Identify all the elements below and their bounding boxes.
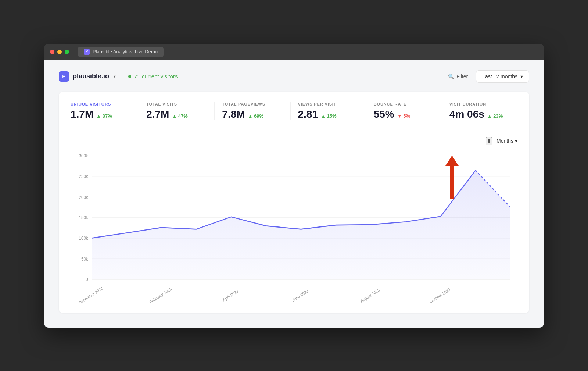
metric-value-views-per-visit: 2.81 [298,108,318,120]
metric-change-total-pageviews: ▲ 69% [248,113,264,119]
svg-text:150k: 150k [79,215,89,220]
metric-label-total-visits: TOTAL VISITS [146,102,207,106]
metric-value-total-pageviews: 7.8M [222,108,245,120]
metric-unique-visitors[interactable]: UNIQUE VISITORS1.7M▲ 37% [71,102,139,120]
date-range-picker[interactable]: Last 12 months ▾ [476,70,529,83]
metric-change-total-visits: ▲ 47% [172,113,188,119]
svg-text:October 2023: October 2023 [429,287,451,302]
metric-label-bounce-rate: BOUNCE RATE [374,102,434,106]
metric-visit-duration[interactable]: VISIT DURATION4m 06s▲ 23% [449,102,517,120]
metric-value-visit-duration: 4m 06s [449,108,484,120]
metric-value-unique-visitors: 1.7M [71,108,93,120]
metric-bounce-rate[interactable]: BOUNCE RATE55%▼ 5% [374,102,442,120]
main-card: UNIQUE VISITORS1.7M▲ 37%TOTAL VISITS2.7M… [59,92,529,313]
metric-label-total-pageviews: TOTAL PAGEVIEWS [222,102,283,106]
svg-text:August 2023: August 2023 [360,287,380,302]
metric-label-visit-duration: VISIT DURATION [449,102,510,106]
download-button[interactable]: ⬇ [486,137,492,145]
maximize-button[interactable] [65,50,69,54]
logo-area: P plausible.io ▾ 71 current visitors [59,71,178,82]
titlebar: P Plausible Analytics: Live Demo [44,44,544,60]
metric-value-total-visits: 2.7M [146,108,169,120]
metric-value-bounce-rate: 55% [374,108,394,120]
site-name[interactable]: plausible.io [73,72,109,80]
site-dropdown-icon[interactable]: ▾ [114,74,116,79]
browser-window: P Plausible Analytics: Live Demo P plaus… [44,44,544,328]
metric-views-per-visit[interactable]: VIEWS PER VISIT2.81▲ 15% [298,102,366,120]
metric-change-visit-duration: ▲ 23% [487,113,503,119]
svg-text:0: 0 [86,277,88,282]
metric-change-unique-visitors: ▲ 37% [96,113,112,119]
metrics-row: UNIQUE VISITORS1.7M▲ 37%TOTAL VISITS2.7M… [71,102,517,129]
interval-chevron-icon: ▾ [515,138,517,144]
interval-label: Months [496,138,513,144]
tab-favicon: P [84,49,90,55]
current-visitors: 71 current visitors [134,73,178,79]
chart-area: 300k 250k 200k 150k 100k 50k 0 [71,148,517,303]
chart-area-fill [92,170,476,279]
metric-change-bounce-rate: ▼ 5% [397,113,410,119]
chart-projected-fill [476,170,510,279]
svg-text:200k: 200k [79,195,89,200]
interval-selector[interactable]: Months ▾ [496,138,517,144]
page-header: P plausible.io ▾ 71 current visitors 🔍 F… [59,70,529,83]
browser-tab[interactable]: P Plausible Analytics: Live Demo [78,47,164,57]
filter-button[interactable]: 🔍 Filter [444,71,472,82]
metric-total-visits[interactable]: TOTAL VISITS2.7M▲ 47% [146,102,215,120]
tab-title: Plausible Analytics: Live Demo [93,49,158,54]
metric-label-views-per-visit: VIEWS PER VISIT [298,102,359,106]
svg-text:250k: 250k [79,174,89,179]
chevron-down-icon: ▾ [520,74,523,79]
search-icon: 🔍 [448,74,454,79]
svg-text:June 2023: June 2023 [291,288,309,302]
minimize-button[interactable] [57,50,62,54]
logo-icon: P [59,71,69,82]
visitors-chart: 300k 250k 200k 150k 100k 50k 0 [71,148,517,303]
date-range-label: Last 12 months [482,74,517,79]
close-button[interactable] [50,50,54,54]
metric-change-views-per-visit: ▲ 15% [321,113,337,119]
metric-total-pageviews[interactable]: TOTAL PAGEVIEWS7.8M▲ 69% [222,102,290,120]
header-right: 🔍 Filter Last 12 months ▾ [444,70,529,83]
metric-label-unique-visitors: UNIQUE VISITORS [71,102,131,106]
svg-text:February 2023: February 2023 [149,286,172,303]
svg-text:300k: 300k [79,153,89,158]
svg-text:April 2023: April 2023 [222,289,239,302]
filter-label: Filter [456,74,468,79]
app-body: P plausible.io ▾ 71 current visitors 🔍 F… [44,60,544,328]
svg-text:December 2022: December 2022 [78,286,104,302]
svg-text:100k: 100k [79,235,89,241]
visitors-badge: 71 current visitors [128,73,178,79]
online-indicator [128,75,131,78]
svg-text:50k: 50k [81,256,88,262]
chart-controls: ⬇ Months ▾ [71,137,517,145]
